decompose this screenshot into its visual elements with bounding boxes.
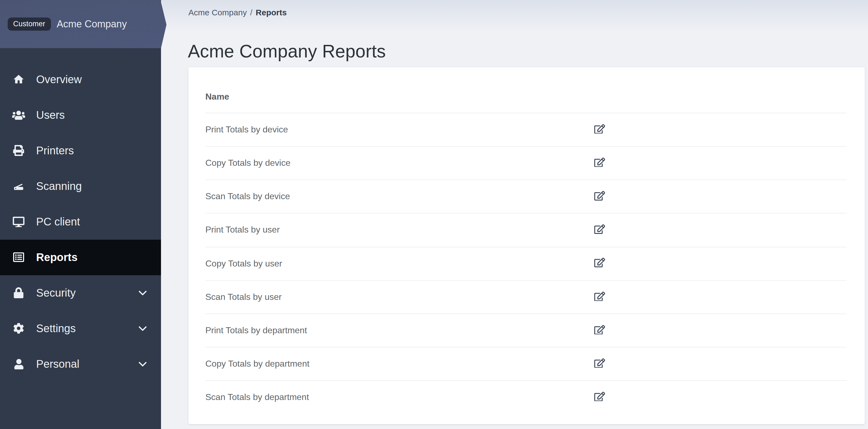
sidebar-item-pc-client[interactable]: PC client xyxy=(0,204,161,239)
reports-icon xyxy=(12,251,25,264)
table-header-row: Name xyxy=(205,67,847,113)
report-name: Scan Totals by department xyxy=(205,392,594,402)
edit-report-button[interactable] xyxy=(594,359,605,369)
sidebar-item-settings[interactable]: Settings xyxy=(0,310,161,346)
edit-icon xyxy=(594,325,605,336)
sidebar-nav: Overview Users Printers Scanning xyxy=(0,62,161,382)
sidebar-item-label: Scanning xyxy=(36,180,82,192)
row-actions xyxy=(594,225,847,235)
chevron-down-icon xyxy=(138,361,147,366)
sidebar-item-label: Printers xyxy=(36,144,74,157)
edit-report-button[interactable] xyxy=(594,158,605,168)
chevron-down-icon xyxy=(138,290,147,295)
reports-table: Name Print Totals by device Copy Totals … xyxy=(205,67,847,414)
report-name: Print Totals by device xyxy=(205,125,594,135)
row-actions xyxy=(594,125,847,135)
table-row: Scan Totals by department xyxy=(205,381,847,414)
edit-icon xyxy=(594,291,605,303)
row-actions xyxy=(594,392,847,402)
edit-report-button[interactable] xyxy=(594,325,605,336)
page-title: Acme Company Reports xyxy=(188,40,386,62)
sidebar-item-label: Overview xyxy=(36,73,82,86)
breadcrumb-separator: / xyxy=(250,8,252,17)
sidebar-item-overview[interactable]: Overview xyxy=(0,62,161,97)
company-name: Acme Company xyxy=(57,18,127,30)
edit-report-button[interactable] xyxy=(594,258,605,269)
sidebar-item-label: Settings xyxy=(36,322,76,335)
printer-icon xyxy=(12,144,25,157)
edit-report-button[interactable] xyxy=(594,392,605,402)
edit-report-button[interactable] xyxy=(594,225,605,235)
table-row: Copy Totals by device xyxy=(205,147,847,180)
edit-icon xyxy=(594,124,605,135)
row-actions xyxy=(594,359,847,369)
row-actions xyxy=(594,192,847,202)
users-icon xyxy=(12,108,25,122)
reports-card: Name Print Totals by device Copy Totals … xyxy=(188,67,865,424)
sidebar-item-scanning[interactable]: Scanning xyxy=(0,168,161,204)
sidebar-item-users[interactable]: Users xyxy=(0,97,161,133)
sidebar-item-label: Users xyxy=(36,109,65,121)
report-name: Copy Totals by device xyxy=(205,158,594,168)
user-icon xyxy=(12,357,25,370)
sidebar-item-printers[interactable]: Printers xyxy=(0,133,161,168)
table-row: Scan Totals by user xyxy=(205,280,847,314)
home-icon xyxy=(12,73,25,86)
edit-icon xyxy=(594,258,605,269)
report-name: Print Totals by user xyxy=(205,225,594,235)
sidebar-item-personal[interactable]: Personal xyxy=(0,346,161,382)
edit-icon xyxy=(594,191,605,202)
lock-icon xyxy=(12,286,25,299)
customer-header-band: Customer Acme Company xyxy=(0,0,166,48)
row-actions xyxy=(594,158,847,168)
breadcrumb-current: Reports xyxy=(256,8,287,17)
edit-report-button[interactable] xyxy=(594,125,605,135)
sidebar-item-reports[interactable]: Reports xyxy=(0,239,161,275)
row-actions xyxy=(594,292,847,302)
edit-icon xyxy=(594,392,605,403)
column-header-name: Name xyxy=(205,92,594,102)
table-row: Copy Totals by user xyxy=(205,247,847,280)
app-window: Overview Users Printers Scanning xyxy=(0,0,868,429)
table-row: Copy Totals by department xyxy=(205,348,847,381)
edit-report-button[interactable] xyxy=(594,292,605,302)
sidebar-item-security[interactable]: Security xyxy=(0,275,161,310)
row-actions xyxy=(594,325,847,336)
table-row: Scan Totals by device xyxy=(205,180,847,214)
sidebar-item-label: PC client xyxy=(36,215,80,228)
desktop-icon xyxy=(12,215,25,228)
sidebar-item-label: Personal xyxy=(36,358,80,370)
customer-badge: Customer xyxy=(8,18,51,31)
sidebar: Overview Users Printers Scanning xyxy=(0,0,161,429)
scanner-icon xyxy=(12,179,25,193)
edit-icon xyxy=(594,158,605,169)
breadcrumb-company-link[interactable]: Acme Company xyxy=(188,8,247,17)
breadcrumb: Acme Company/Reports xyxy=(188,7,287,18)
chevron-down-icon xyxy=(138,326,147,331)
edit-icon xyxy=(594,224,605,236)
table-row: Print Totals by department xyxy=(205,314,847,348)
main-content: Acme Company/Reports Acme Company Report… xyxy=(161,0,868,429)
table-row: Print Totals by user xyxy=(205,214,847,247)
report-name: Scan Totals by device xyxy=(205,192,594,202)
edit-icon xyxy=(594,358,605,370)
table-row: Print Totals by device xyxy=(205,113,847,147)
sidebar-item-label: Reports xyxy=(36,251,78,263)
edit-report-button[interactable] xyxy=(594,192,605,202)
report-name: Copy Totals by department xyxy=(205,359,594,369)
row-actions xyxy=(594,258,847,269)
report-name: Scan Totals by user xyxy=(205,292,594,302)
report-name: Print Totals by department xyxy=(205,326,594,335)
gear-icon xyxy=(12,322,25,335)
sidebar-item-label: Security xyxy=(36,287,76,299)
report-name: Copy Totals by user xyxy=(205,259,594,268)
